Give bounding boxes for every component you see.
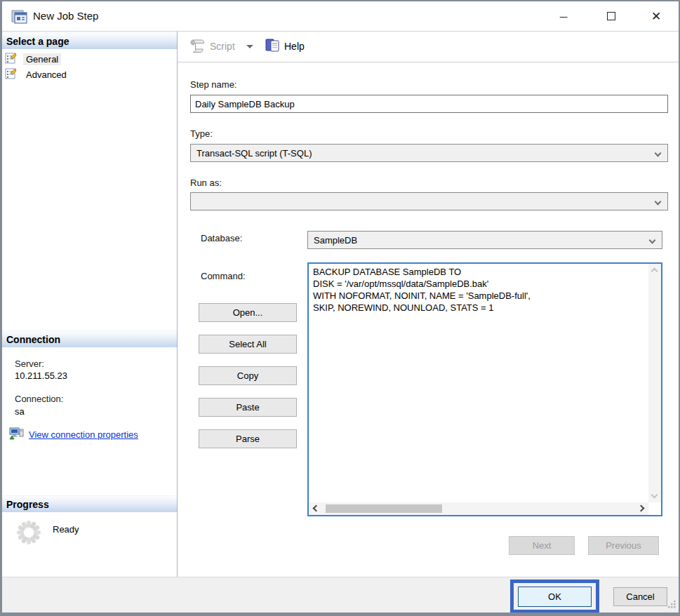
sidebar-item-advanced[interactable]: Advanced [5, 67, 172, 82]
horizontal-scrollbar[interactable] [309, 502, 648, 515]
scroll-up-icon[interactable] [651, 268, 658, 275]
link-label: View connection properties [29, 429, 138, 440]
previous-button[interactable]: Previous [588, 536, 659, 555]
server-label: Server: [15, 359, 44, 369]
dialog-icon [11, 8, 29, 29]
cancel-button[interactable]: Cancel [613, 587, 667, 606]
run-as-dropdown[interactable] [190, 192, 668, 210]
resize-grip-icon[interactable] [667, 599, 676, 612]
type-dropdown[interactable]: Transact-SQL script (T-SQL) [190, 144, 668, 162]
scroll-right-icon[interactable] [638, 505, 645, 512]
sidebar-item-label: Advanced [23, 69, 69, 81]
chevron-down-icon [655, 199, 662, 206]
select-a-page-header: Select a page [2, 32, 177, 49]
window-title: New Job Step [33, 10, 98, 22]
script-icon [189, 37, 207, 58]
copy-button[interactable]: Copy [199, 366, 297, 385]
database-dropdown[interactable]: SampleDB [307, 231, 662, 249]
chevron-down-icon [655, 150, 662, 157]
connection-properties-icon [9, 427, 24, 443]
scroll-down-icon[interactable] [651, 492, 658, 499]
paste-button[interactable]: Paste [199, 398, 297, 417]
command-textarea[interactable]: BACKUP DATABASE SampleDB TO DISK = '/var… [307, 262, 662, 516]
minimize-button[interactable]: ─ [549, 6, 578, 27]
type-label: Type: [190, 128, 213, 139]
close-button[interactable]: ✕ [642, 6, 670, 27]
next-button[interactable]: Next [509, 536, 575, 555]
sidebar-item-label: General [23, 53, 61, 65]
page-icon [5, 52, 17, 66]
footer-bar: OK Cancel [2, 577, 679, 614]
sidebar-item-general[interactable]: General [5, 51, 172, 67]
page-icon [5, 67, 17, 81]
progress-status: Ready [53, 524, 79, 535]
select-all-button[interactable]: Select All [199, 335, 297, 354]
maximize-button[interactable] [597, 6, 625, 27]
script-button-label[interactable]: Script [210, 41, 235, 52]
connection-value: sa [15, 406, 25, 417]
ok-button-highlight: OK [510, 580, 599, 613]
parse-button[interactable]: Parse [199, 429, 297, 448]
progress-header: Progress [2, 495, 177, 512]
type-dropdown-value: Transact-SQL script (T-SQL) [196, 148, 312, 159]
step-name-input[interactable] [190, 95, 668, 113]
sidebar: Select a page General [2, 32, 178, 577]
step-name-label: Step name: [190, 79, 237, 90]
open-button[interactable]: Open... [199, 303, 297, 322]
title-bar: New Job Step ─ ✕ [2, 1, 679, 32]
help-button-label[interactable]: Help [284, 41, 305, 52]
chevron-down-icon [649, 237, 656, 244]
connection-label: Connection: [15, 394, 63, 404]
vertical-scrollbar[interactable] [648, 264, 661, 502]
progress-spinner-icon [15, 518, 43, 549]
command-label: Command: [201, 271, 246, 281]
view-connection-properties-link[interactable]: View connection properties [9, 427, 138, 443]
server-value: 10.211.55.23 [15, 370, 67, 381]
command-text[interactable]: BACKUP DATABASE SampleDB TO DISK = '/var… [309, 264, 648, 502]
database-dropdown-value: SampleDB [314, 235, 357, 246]
help-icon [265, 36, 281, 58]
content-panel: Script Help Step name: Type: Transact-SQ… [178, 32, 679, 577]
scrollbar-thumb[interactable] [326, 504, 442, 513]
database-label: Database: [201, 233, 242, 243]
toolbar: Script Help [178, 32, 679, 62]
maximize-icon [607, 12, 615, 20]
new-job-step-dialog: New Job Step ─ ✕ Select a page General [0, 0, 680, 616]
ok-button[interactable]: OK [518, 587, 592, 607]
run-as-label: Run as: [190, 178, 222, 188]
scroll-left-icon[interactable] [313, 505, 320, 512]
connection-header: Connection [2, 330, 177, 347]
script-dropdown-caret-icon[interactable] [246, 45, 253, 48]
